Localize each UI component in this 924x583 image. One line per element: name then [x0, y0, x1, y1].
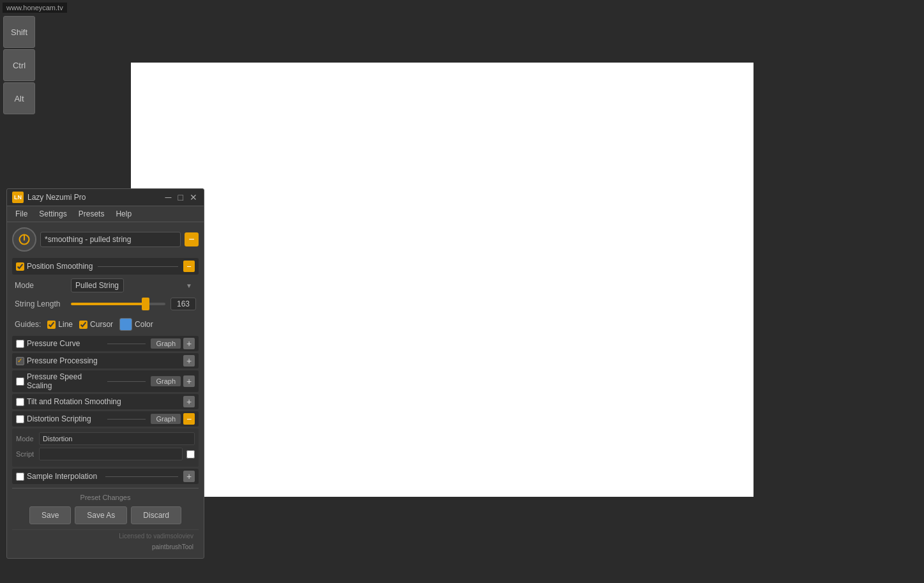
tilt-rotation-smoothing-row: Tilt and Rotation Smoothing +: [12, 394, 199, 409]
pressure-curve-divider: [107, 344, 146, 344]
distortion-mode-row: Mode: [16, 432, 195, 445]
minimize-button[interactable]: ─: [164, 193, 173, 202]
pressure-processing-label: Pressure Processing: [27, 356, 181, 365]
panel-footer-license: Licensed to vadimsoloviev: [12, 529, 199, 542]
maximize-button[interactable]: □: [177, 193, 185, 202]
position-smoothing-collapse-button[interactable]: −: [183, 261, 195, 272]
menu-settings[interactable]: Settings: [37, 209, 68, 219]
guide-line-item: Line: [47, 320, 73, 329]
guide-cursor-item: Cursor: [79, 320, 113, 329]
alt-button[interactable]: Alt: [3, 82, 35, 114]
mode-select-arrow-icon: ▼: [186, 282, 192, 289]
tilt-rotation-smoothing-label: Tilt and Rotation Smoothing: [27, 397, 181, 406]
guide-color-swatch[interactable]: [119, 318, 132, 331]
sample-interpolation-divider: [105, 476, 179, 477]
menubar: File Settings Presets Help: [7, 206, 204, 222]
pressure-processing-expand-button[interactable]: +: [183, 355, 195, 367]
mode-select[interactable]: Pulled String: [71, 278, 124, 292]
sample-interpolation-label: Sample Interpolation: [27, 472, 100, 481]
guide-cursor-checkbox[interactable]: [79, 321, 87, 329]
guide-line-label: Line: [58, 320, 73, 329]
distortion-scripting-graph-button[interactable]: Graph: [151, 414, 181, 424]
save-as-button[interactable]: Save As: [75, 506, 127, 524]
distortion-scripting-collapse-button[interactable]: −: [183, 413, 195, 425]
mode-select-wrapper: Pulled String ▼: [71, 278, 196, 292]
panel-logo: LN: [12, 192, 24, 203]
pressure-curve-graph-button[interactable]: Graph: [151, 338, 181, 349]
panel-title-left: LN Lazy Nezumi Pro: [12, 192, 86, 203]
action-buttons: Save Save As Discard: [12, 506, 199, 524]
sample-interpolation-row: Sample Interpolation +: [12, 469, 199, 484]
power-icon: [18, 233, 31, 246]
ctrl-button[interactable]: Ctrl: [3, 49, 35, 81]
preset-dropdown[interactable]: *smoothing - pulled string: [40, 232, 181, 247]
mode-label: Mode: [15, 281, 66, 290]
guide-color-label: Color: [135, 320, 153, 329]
guide-cursor-label: Cursor: [90, 320, 113, 329]
guides-row: Guides: Line Cursor Color: [12, 315, 199, 336]
pressure-curve-checkbox[interactable]: [16, 340, 24, 348]
distortion-enabled-checkbox[interactable]: [186, 450, 195, 458]
distortion-mode-input[interactable]: [39, 432, 195, 445]
save-button[interactable]: Save: [29, 506, 71, 524]
pressure-speed-scaling-expand-button[interactable]: +: [183, 375, 195, 387]
pressure-processing-row: Pressure Processing +: [12, 353, 199, 368]
pressure-speed-scaling-label: Pressure Speed Scaling: [27, 372, 102, 390]
tilt-rotation-smoothing-expand-button[interactable]: +: [183, 396, 195, 407]
distortion-scripting-label: Distortion Scripting: [27, 414, 102, 423]
sample-interpolation-checkbox[interactable]: [16, 473, 24, 481]
pressure-curve-expand-button[interactable]: +: [183, 338, 195, 349]
distortion-mode-label: Mode: [16, 435, 35, 443]
panel-footer-tool: paintbrushTool: [12, 542, 199, 553]
distortion-script-input[interactable]: [39, 448, 183, 460]
shift-button[interactable]: Shift: [3, 16, 35, 48]
pressure-speed-scaling-divider: [107, 381, 146, 382]
string-length-label: String Length: [15, 299, 66, 308]
close-button[interactable]: ✕: [188, 193, 199, 202]
position-smoothing-checkbox[interactable]: [16, 262, 24, 271]
preset-changes-section: Preset Changes Save Save As Discard: [12, 488, 199, 524]
preset-row: *smoothing - pulled string −: [12, 227, 199, 252]
position-smoothing-label: Position Smoothing: [27, 262, 93, 271]
menu-help[interactable]: Help: [114, 209, 133, 219]
distortion-scripting-content: Mode Script: [12, 428, 199, 467]
distortion-scripting-row: Distortion Scripting Graph −: [12, 411, 199, 427]
string-length-slider[interactable]: [71, 303, 165, 305]
menu-presets[interactable]: Presets: [77, 209, 107, 219]
titlebar-controls: ─ □ ✕: [164, 193, 199, 202]
power-button[interactable]: [12, 227, 36, 252]
panel-content: *smoothing - pulled string − Position Sm…: [7, 222, 204, 558]
mode-row: Mode Pulled String ▼: [12, 278, 199, 292]
menu-file[interactable]: File: [13, 209, 29, 219]
position-smoothing-line: [98, 266, 178, 267]
guide-line-checkbox[interactable]: [47, 321, 56, 329]
distortion-script-row: Script: [16, 448, 195, 460]
discard-button[interactable]: Discard: [131, 506, 181, 524]
distortion-scripting-checkbox[interactable]: [16, 415, 24, 423]
pressure-curve-row: Pressure Curve Graph +: [12, 336, 199, 351]
string-length-value: 163: [170, 298, 196, 310]
panel-titlebar: LN Lazy Nezumi Pro ─ □ ✕: [7, 189, 204, 206]
pressure-curve-label: Pressure Curve: [27, 339, 102, 348]
distortion-script-label: Script: [16, 450, 35, 458]
main-panel: LN Lazy Nezumi Pro ─ □ ✕ File Settings P…: [6, 188, 204, 559]
sample-interpolation-expand-button[interactable]: +: [183, 471, 195, 482]
pressure-speed-scaling-checkbox[interactable]: [16, 377, 24, 386]
guide-color-item: Color: [119, 318, 153, 331]
panel-title-text: Lazy Nezumi Pro: [27, 193, 86, 202]
key-buttons-panel: Shift Ctrl Alt: [3, 16, 35, 114]
position-smoothing-header: Position Smoothing −: [12, 258, 199, 275]
canvas-area[interactable]: [131, 63, 754, 497]
watermark: www.honeycam.tv: [3, 3, 67, 13]
guides-label: Guides:: [15, 320, 41, 329]
pressure-processing-checkbox-checked: [16, 357, 24, 365]
string-length-row: String Length 163: [12, 298, 199, 310]
pressure-speed-scaling-row: Pressure Speed Scaling Graph +: [12, 370, 199, 392]
distortion-scripting-divider: [107, 419, 146, 420]
pressure-speed-scaling-graph-button[interactable]: Graph: [151, 376, 181, 386]
preset-changes-label: Preset Changes: [12, 494, 199, 501]
tilt-rotation-smoothing-checkbox[interactable]: [16, 398, 24, 406]
preset-minus-button[interactable]: −: [185, 232, 199, 246]
